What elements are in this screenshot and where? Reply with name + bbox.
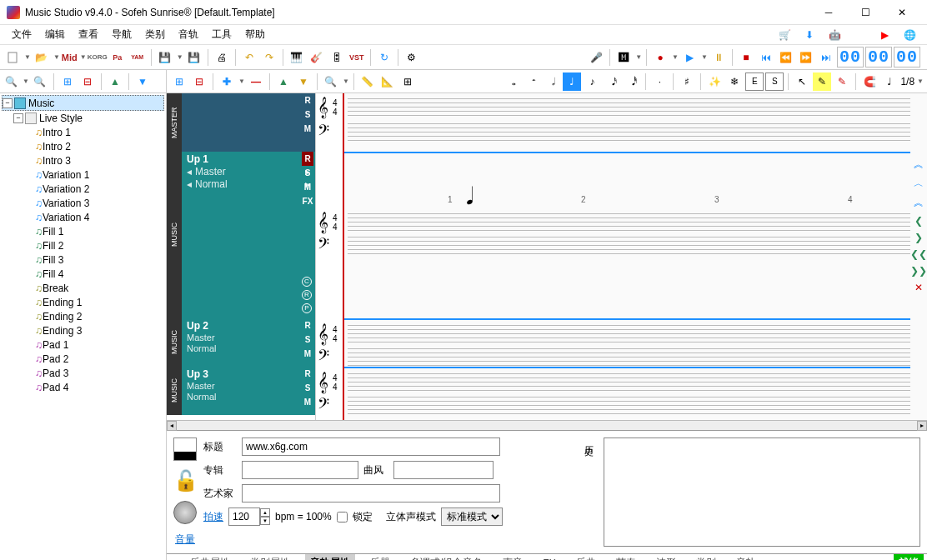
korg-icon[interactable]: KORG: [88, 48, 107, 67]
album-input[interactable]: [242, 461, 358, 479]
skip-end-button[interactable]: ⏭: [817, 48, 835, 67]
grid-button[interactable]: ⊞: [398, 72, 417, 91]
lock-icon[interactable]: 🔓: [173, 469, 197, 492]
download-icon[interactable]: ⬇: [800, 26, 819, 44]
tab-song-props[interactable]: 乐曲属性: [185, 554, 235, 560]
tree-item[interactable]: ♫ Pad 1: [2, 338, 164, 352]
s-button[interactable]: S: [765, 72, 784, 91]
tree-item[interactable]: ♫ Ending 1: [2, 295, 164, 309]
metronome-button[interactable]: 🅼: [614, 48, 633, 67]
dial-icon[interactable]: [173, 501, 197, 524]
cart-icon[interactable]: 🛒: [775, 26, 794, 44]
youtube-icon[interactable]: ▶: [875, 26, 894, 44]
zoom-in-button[interactable]: 🔍: [2, 72, 20, 91]
menu-tools[interactable]: 工具: [205, 28, 238, 42]
globe-icon[interactable]: 🌐: [900, 26, 919, 44]
mic-button[interactable]: 🎤: [587, 48, 605, 67]
tree-item[interactable]: ♫ Fill 3: [2, 252, 164, 267]
tab-multimode[interactable]: 多调式/组合音色: [405, 554, 488, 560]
tree-item[interactable]: ♫ Intro 1: [2, 125, 164, 139]
s-indicator[interactable]: S: [302, 108, 313, 122]
expand-button[interactable]: ⊞: [58, 72, 77, 91]
zoom-button[interactable]: 🔍: [322, 72, 340, 91]
up2-track-head[interactable]: Up 2 Master Normal RSM: [182, 318, 315, 367]
play-button[interactable]: ▶: [680, 48, 699, 67]
tree-item[interactable]: ♫ Variation 3: [2, 196, 164, 210]
quarter-note-button[interactable]: ♩: [563, 72, 581, 91]
highlight-button[interactable]: ✎: [813, 72, 831, 91]
tree-item[interactable]: ♫ Ending 2: [2, 309, 164, 323]
dot-button[interactable]: ·: [650, 72, 669, 91]
tab-track-props[interactable]: 音轨属性: [305, 554, 355, 560]
up-arrow-icon[interactable]: ︿: [914, 177, 924, 191]
maximize-button[interactable]: ☐: [847, 1, 884, 24]
settings-button[interactable]: ⚙: [403, 48, 421, 67]
midi-device-button[interactable]: 🎹: [288, 48, 306, 67]
sharp-button[interactable]: ♯: [678, 72, 696, 91]
tree-item[interactable]: ♫ Variation 2: [2, 182, 164, 196]
vst-button[interactable]: VST: [348, 48, 366, 67]
half-rest-button[interactable]: 𝄼: [523, 72, 541, 91]
tab-rhythm[interactable]: 节奏: [611, 554, 641, 560]
sixteenth-note-button[interactable]: 𝅘𝅥𝅯: [603, 72, 621, 91]
tree[interactable]: − Music − Live Style ♫ Intro 1♫ Intro 2♫…: [0, 93, 166, 560]
m-indicator[interactable]: M: [302, 395, 313, 409]
menu-category[interactable]: 类别: [138, 28, 172, 42]
tab-song[interactable]: 乐曲: [571, 554, 601, 560]
rewind-button[interactable]: ⏪: [777, 48, 795, 67]
double-left-icon[interactable]: ❮❮: [910, 248, 927, 260]
tree-root[interactable]: − Music: [2, 95, 164, 111]
up-button[interactable]: ▲: [106, 72, 124, 91]
fx-indicator[interactable]: FX: [302, 194, 313, 208]
tab-category-props[interactable]: 类别属性: [245, 554, 295, 560]
apple-icon[interactable]: [850, 26, 869, 44]
collapse-button[interactable]: ⊟: [78, 72, 97, 91]
undo-button[interactable]: ↶: [240, 48, 258, 67]
close-button[interactable]: ✕: [884, 1, 920, 24]
down-button[interactable]: ▼: [133, 72, 152, 91]
tab-wave[interactable]: 波形: [651, 554, 681, 560]
move-up-button[interactable]: ▲: [274, 72, 293, 91]
title-input[interactable]: [242, 438, 500, 456]
tab-fx[interactable]: FX: [538, 556, 560, 561]
collapse-all-button[interactable]: ⊟: [190, 72, 208, 91]
pointer-button[interactable]: ↖: [793, 72, 811, 91]
skip-start-button[interactable]: ⏮: [757, 48, 775, 67]
up3-track-head[interactable]: Up 3 Master Normal RSM: [182, 367, 315, 415]
expand-all-button[interactable]: ⊞: [170, 72, 188, 91]
remove-button[interactable]: —: [247, 72, 265, 91]
tree-item[interactable]: ♫ Fill 4: [2, 267, 164, 281]
r-indicator[interactable]: R: [302, 318, 313, 332]
master-track-head[interactable]: R S M: [182, 93, 315, 152]
tree-item[interactable]: ♫ Pad 3: [2, 366, 164, 380]
tree-item[interactable]: ♫ Intro 2: [2, 139, 164, 153]
r-indicator[interactable]: R: [302, 152, 313, 166]
guitar-button[interactable]: 🎸: [308, 48, 326, 67]
menu-nav[interactable]: 导航: [105, 28, 138, 42]
tree-item[interactable]: ♫ Break: [2, 281, 164, 295]
s-indicator[interactable]: S: [302, 166, 313, 180]
double-right-icon[interactable]: ❯❯: [910, 265, 927, 277]
mode-select[interactable]: 标准模式: [441, 508, 503, 526]
tree-item[interactable]: ♫ Variation 4: [2, 210, 164, 224]
tempo-input[interactable]: [228, 508, 260, 526]
m-indicator[interactable]: M: [302, 347, 313, 361]
record-button[interactable]: ●: [651, 48, 669, 67]
expander-icon[interactable]: −: [13, 113, 23, 123]
tab-instrument[interactable]: 乐器: [365, 554, 395, 560]
tree-item[interactable]: ♫ Pad 4: [2, 380, 164, 394]
forward-button[interactable]: ⏩: [797, 48, 815, 67]
left-arrow-icon[interactable]: ❮: [914, 215, 923, 227]
save-button[interactable]: 💾: [156, 48, 174, 67]
r-indicator[interactable]: R: [302, 367, 313, 381]
s-indicator[interactable]: S: [302, 381, 313, 395]
genre-input[interactable]: [393, 461, 494, 479]
pause-button[interactable]: ⏸: [709, 48, 728, 67]
close-icon[interactable]: ✕: [914, 282, 923, 293]
menu-view[interactable]: 查看: [72, 28, 105, 42]
lock-checkbox[interactable]: [337, 512, 348, 522]
tab-category[interactable]: 类别: [691, 554, 721, 560]
half-note-button[interactable]: 𝅗𝅥: [543, 72, 561, 91]
up-arrow-icon[interactable]: ︽: [914, 158, 924, 172]
tab-left-icon[interactable]: ◂: [170, 558, 175, 561]
